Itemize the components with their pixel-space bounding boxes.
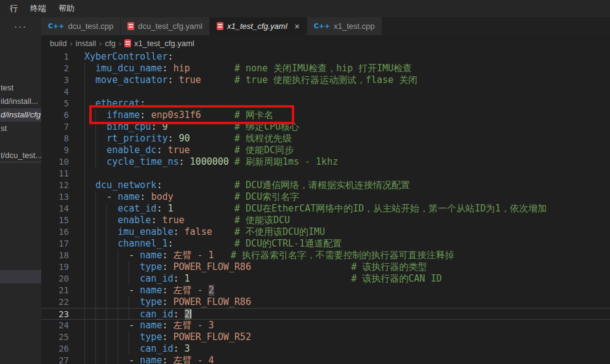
- code-segment: POWER_FLOW_R86: [174, 261, 251, 272]
- code-editor[interactable]: 1XyberController:2 imu_dcu_name: hip # n…: [41, 51, 610, 364]
- tab-x1_test.cpp[interactable]: C++x1_test.cpp: [307, 17, 382, 35]
- line-number[interactable]: 16: [41, 226, 69, 238]
- code-line[interactable]: 21 - name: 左臂 - 2: [41, 285, 610, 296]
- line-number[interactable]: 8: [41, 133, 69, 144]
- code-segment: true: [162, 215, 184, 226]
- line-number[interactable]: 3: [41, 74, 69, 86]
- code-line[interactable]: 10 cycle_time_ns: 1000000 # 刷新周期1ms - 1k…: [41, 156, 610, 168]
- line-number[interactable]: 2: [41, 63, 69, 74]
- menu-item-2[interactable]: 帮助: [54, 1, 79, 16]
- code-line[interactable]: 27 - name: 左臂 - 4: [41, 355, 610, 364]
- code-line[interactable]: 17 channel_1: # DCU的CTRL-1通道配置: [41, 238, 610, 250]
- more-actions-button[interactable]: ···: [0, 20, 41, 34]
- sidebar-item[interactable]: test: [0, 81, 41, 95]
- code-segment: 左臂 - 1: [174, 250, 214, 261]
- line-number[interactable]: 26: [41, 343, 69, 355]
- code-text: XyberController:: [84, 51, 174, 63]
- code-segment: # 刷新周期1ms - 1khz: [229, 156, 338, 167]
- code-line[interactable]: 12 dcu_network: # DCU通信网络，请根据实机连接情况配置: [41, 180, 610, 191]
- breadcrumb-item[interactable]: cfg: [105, 39, 115, 48]
- code-segment: 1000000: [190, 156, 229, 167]
- line-number[interactable]: 7: [41, 121, 69, 133]
- line-number[interactable]: 11: [41, 168, 69, 180]
- code-segment: imu_dcu_name: [95, 63, 162, 74]
- line-number[interactable]: 23: [41, 309, 69, 320]
- code-line[interactable]: 23 can_id: 2: [41, 308, 610, 320]
- tab-label: x1_test_cfg.yaml: [227, 22, 287, 31]
- code-text: can_id: 3: [84, 343, 190, 355]
- code-line[interactable]: 11: [41, 168, 610, 180]
- line-number[interactable]: 14: [41, 203, 69, 215]
- line-number[interactable]: 27: [41, 355, 69, 364]
- code-segment: [84, 133, 106, 144]
- breadcrumb-item[interactable]: build: [50, 39, 66, 48]
- code-line[interactable]: 13 - name: body # DCU索引名字: [41, 191, 610, 203]
- code-segment: name: [140, 285, 162, 296]
- sidebar-item[interactable]: ild/install...: [0, 95, 41, 108]
- code-line[interactable]: 14 ecat_id: 1 # DCU在EtherCAT网络中的ID，从主站开始…: [41, 203, 610, 215]
- line-number[interactable]: 6: [41, 109, 69, 121]
- code-segment: :: [156, 203, 167, 214]
- code-line[interactable]: 25 type: POWER_FLOW_R52: [41, 331, 610, 343]
- code-line[interactable]: 20 can_id: 1 # 该执行器的CAN ID: [41, 273, 610, 285]
- tab-dcu_test_cfg.yaml[interactable]: dcu_test_cfg.yaml: [121, 17, 209, 35]
- menu-item-1[interactable]: 终端: [25, 1, 51, 16]
- line-number[interactable]: 21: [41, 285, 69, 296]
- sidebar: ··· testild/install...d/install/cfgstt/d…: [0, 17, 41, 364]
- code-line[interactable]: 18 - name: 左臂 - 1 # 执行器索引名字，不需要控制的执行器可直接…: [41, 250, 610, 261]
- code-segment: true: [167, 144, 190, 156]
- code-line[interactable]: 15 enable: true # 使能该DCU: [41, 215, 610, 226]
- code-segment: imu_enable: [118, 226, 173, 237]
- code-line[interactable]: 8 rt_priority: 90 # 线程优先级: [41, 133, 610, 144]
- line-number[interactable]: 24: [41, 320, 69, 331]
- line-number[interactable]: 20: [41, 273, 69, 285]
- code-segment: :: [162, 250, 173, 261]
- code-text: move_actuator: true # true 使能执行器运动测试，fla…: [84, 74, 417, 86]
- line-number[interactable]: 4: [41, 86, 69, 98]
- code-segment: # DCU在EtherCAT网络中的ID，从主站开始，第一个从站ID为1，依次增…: [174, 203, 547, 214]
- code-line[interactable]: 9 enable_dc: true # 使能DC同步: [41, 144, 610, 156]
- code-segment: :: [140, 191, 151, 202]
- code-segment: # 该执行器的类型: [251, 261, 427, 272]
- line-number[interactable]: 12: [41, 180, 69, 191]
- code-segment: [84, 309, 140, 320]
- code-line[interactable]: 1XyberController:: [41, 51, 610, 63]
- line-number[interactable]: 13: [41, 191, 69, 203]
- sidebar-item[interactable]: t/dcu_test...: [0, 149, 41, 162]
- line-number[interactable]: 25: [41, 331, 69, 343]
- menu-item-0[interactable]: 行: [5, 1, 23, 16]
- code-line[interactable]: 24 - name: 左臂 - 3: [41, 320, 610, 331]
- code-line[interactable]: 4: [41, 86, 610, 98]
- tab-dcu_test.cpp[interactable]: C++dcu_test.cpp: [41, 17, 120, 35]
- line-number[interactable]: 22: [41, 296, 69, 308]
- sidebar-item[interactable]: [0, 270, 41, 283]
- line-number[interactable]: 10: [41, 156, 69, 168]
- code-line[interactable]: 19 type: POWER_FLOW_R86 # 该执行器的类型: [41, 261, 610, 273]
- line-number[interactable]: 15: [41, 215, 69, 226]
- line-number[interactable]: 18: [41, 250, 69, 261]
- tab-x1_test_cfg.yaml[interactable]: x1_test_cfg.yaml×: [210, 17, 307, 35]
- line-number[interactable]: 5: [41, 98, 69, 109]
- close-icon[interactable]: ×: [295, 22, 300, 31]
- code-segment: [84, 74, 95, 85]
- code-line[interactable]: 2 imu_dcu_name: hip # none 关闭IMU检查，hip 打…: [41, 63, 610, 74]
- sidebar-item[interactable]: st: [0, 122, 41, 135]
- code-line[interactable]: 16 imu_enable: false # 不使用该DCU的IMU: [41, 226, 610, 238]
- code-line[interactable]: 22 type: POWER_FLOW_R86: [41, 296, 610, 308]
- breadcrumb-file[interactable]: x1_test_cfg.yaml: [134, 39, 195, 48]
- breadcrumb-item[interactable]: install: [76, 39, 96, 48]
- code-segment: hip: [174, 63, 190, 74]
- code-line[interactable]: 3 move_actuator: true # true 使能执行器运动测试，f…: [41, 74, 610, 86]
- code-segment: [84, 203, 118, 214]
- line-number[interactable]: 19: [41, 261, 69, 273]
- sidebar-item[interactable]: d/install/cfg: [0, 108, 41, 122]
- code-text: type: POWER_FLOW_R86 # 该执行器的类型: [84, 261, 427, 273]
- chevron-right-icon: ›: [119, 39, 121, 48]
- line-number[interactable]: 1: [41, 51, 69, 63]
- line-number[interactable]: 9: [41, 144, 69, 156]
- code-line[interactable]: 26 can_id: 3: [41, 343, 610, 355]
- code-segment: # DCU通信网络，请根据实机连接情况配置: [162, 180, 410, 191]
- line-number[interactable]: 17: [41, 238, 69, 250]
- code-segment: :: [162, 261, 173, 272]
- code-segment: -: [84, 320, 140, 331]
